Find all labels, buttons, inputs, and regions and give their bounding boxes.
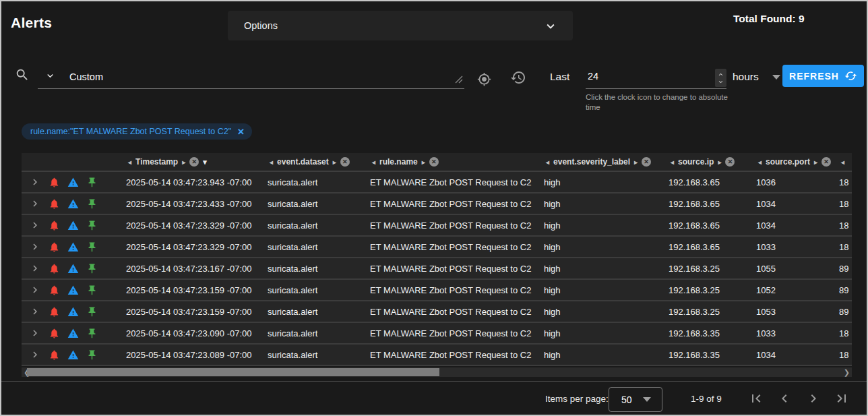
query-type-chevron-icon[interactable]	[44, 70, 56, 84]
next-page-button[interactable]	[805, 390, 822, 407]
duration-input[interactable]	[586, 65, 709, 82]
cell-rule[interactable]: ET MALWARE Zbot POST Request to C2	[368, 177, 542, 187]
cell-severity[interactable]: high	[542, 177, 666, 187]
cell-rule[interactable]: ET MALWARE Zbot POST Request to C2	[368, 285, 542, 295]
cell-rule[interactable]: ET MALWARE Zbot POST Request to C2	[368, 242, 542, 252]
table-row[interactable]: 2025-05-14 03:47:23.329 -07:00suricata.a…	[22, 215, 852, 237]
cell-severity[interactable]: high	[542, 328, 666, 338]
cell-src_ip[interactable]: 192.168.3.25	[666, 307, 754, 317]
warning-triangle-icon[interactable]	[67, 263, 79, 274]
cell-clipped[interactable]: 18	[837, 199, 852, 209]
cell-src_ip[interactable]: 192.168.3.65	[666, 177, 754, 187]
cell-rule[interactable]: ET MALWARE Zbot POST Request to C2	[368, 307, 542, 317]
first-page-button[interactable]	[748, 390, 764, 407]
expand-row-icon[interactable]	[29, 305, 41, 318]
horizontal-scrollbar[interactable]: ❮ ❯	[22, 367, 852, 377]
cell-clipped[interactable]: 89	[837, 307, 852, 317]
history-clock-icon[interactable]	[510, 69, 526, 86]
remove-column-icon[interactable]: ✕	[429, 157, 439, 167]
cell-severity[interactable]: high	[542, 307, 666, 317]
column-header-src_ip[interactable]: ◂source.ip▸✕	[666, 157, 754, 167]
absolute-time-crosshair-icon[interactable]	[477, 72, 491, 86]
alert-bell-icon[interactable]	[49, 349, 60, 361]
alert-bell-icon[interactable]	[49, 285, 60, 296]
alert-bell-icon[interactable]	[49, 198, 60, 210]
cell-timestamp[interactable]: 2025-05-14 03:47:23.433 -07:00	[124, 199, 266, 209]
scroll-right-icon[interactable]: ❯	[844, 368, 850, 377]
move-column-right-icon[interactable]: ▸	[718, 158, 721, 166]
sort-descending-icon[interactable]: ▾	[203, 158, 207, 167]
column-header-src_port[interactable]: ◂source.port▸✕	[754, 157, 837, 167]
expand-row-icon[interactable]	[29, 176, 41, 188]
table-row[interactable]: 2025-05-14 03:47:23.159 -07:00suricata.a…	[22, 280, 852, 301]
move-column-right-icon[interactable]: ▸	[634, 158, 638, 166]
time-unit-select[interactable]: hours	[733, 71, 780, 83]
pushpin-icon[interactable]	[86, 241, 98, 253]
alert-bell-icon[interactable]	[49, 241, 60, 253]
move-column-right-icon[interactable]: ▸	[814, 158, 817, 166]
pushpin-icon[interactable]	[86, 285, 98, 296]
warning-triangle-icon[interactable]	[67, 177, 79, 188]
cell-clipped[interactable]: 89	[837, 264, 852, 274]
cell-timestamp[interactable]: 2025-05-14 03:47:23.943 -07:00	[124, 177, 266, 187]
cell-src_port[interactable]: 1034	[754, 220, 837, 231]
table-row[interactable]: 2025-05-14 03:47:23.090 -07:00suricata.a…	[22, 323, 852, 345]
column-header-severity[interactable]: ◂event.severity_label▸✕	[542, 157, 666, 167]
move-column-right-icon[interactable]: ▸	[422, 158, 425, 166]
cell-timestamp[interactable]: 2025-05-14 03:47:23.329 -07:00	[124, 242, 266, 252]
cell-dataset[interactable]: suricata.alert	[266, 350, 368, 360]
expand-row-icon[interactable]	[29, 241, 41, 253]
cell-dataset[interactable]: suricata.alert	[266, 264, 368, 274]
last-page-button[interactable]	[834, 390, 850, 407]
expand-row-icon[interactable]	[29, 284, 41, 296]
warning-triangle-icon[interactable]	[67, 285, 79, 296]
remove-column-icon[interactable]: ✕	[189, 157, 199, 167]
options-panel-toggle[interactable]: Options	[228, 11, 573, 40]
move-column-left-icon[interactable]: ◂	[128, 158, 131, 166]
alert-bell-icon[interactable]	[49, 328, 60, 339]
move-column-left-icon[interactable]: ◂	[841, 158, 844, 166]
cell-severity[interactable]: high	[542, 285, 666, 295]
cell-severity[interactable]: high	[542, 220, 666, 231]
move-column-left-icon[interactable]: ◂	[372, 158, 375, 166]
pushpin-icon[interactable]	[86, 349, 98, 361]
table-row[interactable]: 2025-05-14 03:47:23.329 -07:00suricata.a…	[22, 237, 852, 258]
move-column-right-icon[interactable]: ▸	[182, 158, 185, 166]
cell-src_ip[interactable]: 192.168.3.35	[666, 328, 754, 338]
cell-dataset[interactable]: suricata.alert	[266, 307, 368, 317]
move-column-left-icon[interactable]: ◂	[270, 158, 273, 166]
table-row[interactable]: 2025-05-14 03:47:23.089 -07:00suricata.a…	[22, 345, 852, 366]
cell-timestamp[interactable]: 2025-05-14 03:47:23.159 -07:00	[124, 307, 266, 317]
table-row[interactable]: 2025-05-14 03:47:23.167 -07:00suricata.a…	[22, 258, 852, 280]
table-row[interactable]: 2025-05-14 03:47:23.159 -07:00suricata.a…	[22, 301, 852, 323]
table-row[interactable]: 2025-05-14 03:47:23.943 -07:00suricata.a…	[22, 172, 852, 194]
move-column-right-icon[interactable]: ▸	[333, 158, 336, 166]
refresh-button[interactable]: REFRESH	[782, 65, 864, 87]
items-per-page-select[interactable]: 50	[609, 387, 662, 412]
cell-src_ip[interactable]: 192.168.3.65	[666, 242, 754, 252]
cell-timestamp[interactable]: 2025-05-14 03:47:23.089 -07:00	[124, 350, 266, 360]
column-header-dataset[interactable]: ◂event.dataset▸✕	[266, 157, 368, 167]
filter-chip-close-icon[interactable]: ✕	[237, 127, 245, 136]
cell-src_port[interactable]: 1033	[754, 328, 837, 338]
expand-row-icon[interactable]	[29, 349, 41, 361]
cell-severity[interactable]: high	[542, 264, 666, 274]
cell-timestamp[interactable]: 2025-05-14 03:47:23.167 -07:00	[124, 264, 266, 274]
column-header-rule[interactable]: ◂rule.name▸✕	[368, 157, 542, 167]
remove-column-icon[interactable]: ✕	[642, 157, 651, 167]
cell-dataset[interactable]: suricata.alert	[266, 220, 368, 231]
cell-src_ip[interactable]: 192.168.3.65	[666, 199, 754, 209]
pushpin-icon[interactable]	[86, 263, 98, 274]
table-row[interactable]: 2025-05-14 03:47:23.433 -07:00suricata.a…	[22, 194, 852, 215]
cell-src_port[interactable]: 1033	[754, 242, 837, 252]
cell-clipped[interactable]: 18	[837, 177, 852, 187]
cell-src_port[interactable]: 1034	[754, 199, 837, 209]
cell-src_ip[interactable]: 192.168.3.35	[666, 350, 754, 360]
expand-row-icon[interactable]	[29, 219, 41, 231]
cell-rule[interactable]: ET MALWARE Zbot POST Request to C2	[368, 199, 542, 209]
warning-triangle-icon[interactable]	[67, 220, 79, 231]
cell-timestamp[interactable]: 2025-05-14 03:47:23.159 -07:00	[124, 285, 266, 295]
warning-triangle-icon[interactable]	[67, 241, 79, 253]
cell-src_port[interactable]: 1053	[754, 307, 837, 317]
column-header-clipped[interactable]: ◂	[837, 158, 852, 166]
